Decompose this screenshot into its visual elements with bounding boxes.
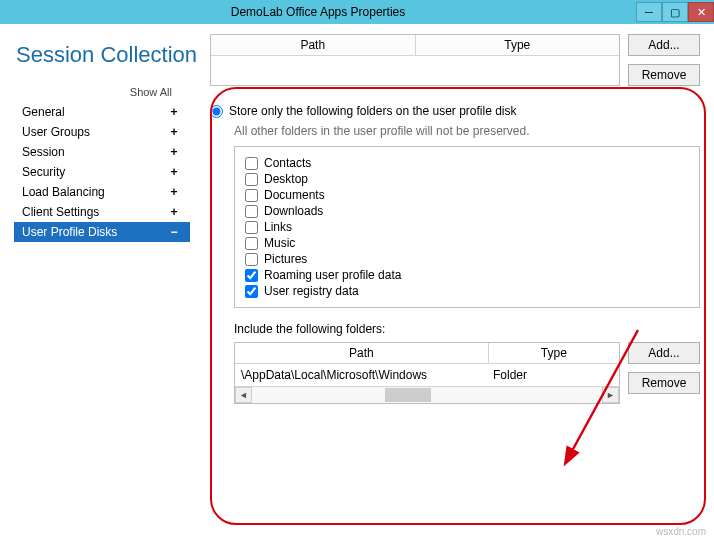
folder-label: Roaming user profile data [264,268,401,282]
sidebar-item-label: Client Settings [22,205,99,219]
store-only-radio-row[interactable]: Store only the following folders on the … [210,104,700,118]
folder-label: Pictures [264,252,307,266]
folder-label: Links [264,220,292,234]
folder-checkbox[interactable] [245,189,258,202]
folder-checkbox[interactable] [245,269,258,282]
table-header-row: Path Type [235,343,619,364]
folders-box: Contacts Desktop Documents Downloads [234,146,700,308]
cell-type: Folder [487,364,619,386]
sidebar: Session Collection Show All General + Us… [0,24,190,539]
sidebar-item-label: Security [22,165,65,179]
folder-label: Desktop [264,172,308,186]
expand-icon: + [168,145,180,159]
table-row[interactable]: \AppData\Local\Microsoft\Windows Folder [235,364,619,386]
nav-list: General + User Groups + Session + Securi… [14,102,190,242]
folder-documents[interactable]: Documents [245,187,689,203]
close-button[interactable]: ✕ [688,2,714,22]
column-header-path[interactable]: Path [235,343,489,364]
store-only-hint: All other folders in the user profile wi… [234,124,700,138]
include-wrap: Path Type \AppData\Local\Microsoft\Windo… [234,342,700,404]
sidebar-item-session[interactable]: Session + [14,142,190,162]
show-all-link[interactable]: Show All [14,86,190,98]
folder-roaming-profile[interactable]: Roaming user profile data [245,267,689,283]
scroll-left-button[interactable]: ◄ [235,387,252,403]
sidebar-item-client-settings[interactable]: Client Settings + [14,202,190,222]
folder-desktop[interactable]: Desktop [245,171,689,187]
sidebar-item-label: General [22,105,65,119]
folder-checkbox[interactable] [245,173,258,186]
folder-music[interactable]: Music [245,235,689,251]
maximize-button[interactable]: ▢ [662,2,688,22]
folder-checkbox[interactable] [245,157,258,170]
scroll-thumb[interactable] [385,388,431,402]
folder-user-registry[interactable]: User registry data [245,283,689,299]
folder-downloads[interactable]: Downloads [245,203,689,219]
folder-checkbox[interactable] [245,253,258,266]
folder-label: Downloads [264,204,323,218]
folder-checkbox[interactable] [245,205,258,218]
collapse-icon: − [168,225,180,239]
cell-path: \AppData\Local\Microsoft\Windows [235,364,487,386]
sidebar-item-user-groups[interactable]: User Groups + [14,122,190,142]
page-title: Session Collection [16,42,190,68]
expand-icon: + [168,105,180,119]
sidebar-item-general[interactable]: General + [14,102,190,122]
watermark: wsxdn.com [656,526,706,537]
remove-button[interactable]: Remove [628,64,700,86]
folder-contacts[interactable]: Contacts [245,155,689,171]
expand-icon: + [168,165,180,179]
remove-button[interactable]: Remove [628,372,700,394]
column-header-type[interactable]: Type [416,35,620,56]
window-title: DemoLab Office Apps Properties [0,5,636,19]
table-header-row: Path Type [211,35,619,56]
titlebar: DemoLab Office Apps Properties ─ ▢ ✕ [0,0,714,24]
store-only-label: Store only the following folders on the … [229,104,517,118]
sidebar-item-security[interactable]: Security + [14,162,190,182]
exclude-buttons: Add... Remove [628,34,700,86]
expand-icon: + [168,205,180,219]
sidebar-item-label: Session [22,145,65,159]
sidebar-item-label: Load Balancing [22,185,105,199]
folder-checkbox[interactable] [245,221,258,234]
expand-icon: + [168,185,180,199]
exclude-table: Path Type [210,34,620,86]
window-body: Session Collection Show All General + Us… [0,24,714,539]
scroll-track[interactable] [252,387,602,403]
horizontal-scrollbar[interactable]: ◄ ► [235,386,619,403]
folder-checkbox[interactable] [245,237,258,250]
expand-icon: + [168,125,180,139]
add-button[interactable]: Add... [628,34,700,56]
window: DemoLab Office Apps Properties ─ ▢ ✕ Ses… [0,0,714,539]
scroll-right-button[interactable]: ► [602,387,619,403]
folder-pictures[interactable]: Pictures [245,251,689,267]
folder-links[interactable]: Links [245,219,689,235]
folder-checkbox[interactable] [245,285,258,298]
include-table: Path Type \AppData\Local\Microsoft\Windo… [234,342,620,404]
sidebar-item-label: User Groups [22,125,90,139]
store-option-section: Store only the following folders on the … [210,104,700,404]
include-buttons: Add... Remove [628,342,700,404]
column-header-path[interactable]: Path [211,35,416,56]
window-controls: ─ ▢ ✕ [636,2,714,22]
minimize-button[interactable]: ─ [636,2,662,22]
include-label: Include the following folders: [234,322,700,336]
folder-label: User registry data [264,284,359,298]
sidebar-item-load-balancing[interactable]: Load Balancing + [14,182,190,202]
folder-label: Contacts [264,156,311,170]
content-pane: Path Type Add... Remove Store only the f… [190,24,714,539]
exclude-table-wrap: Path Type Add... Remove [210,34,700,86]
folder-label: Documents [264,188,325,202]
folder-label: Music [264,236,295,250]
sidebar-item-user-profile-disks[interactable]: User Profile Disks − [14,222,190,242]
sidebar-item-label: User Profile Disks [22,225,117,239]
store-only-radio[interactable] [210,105,223,118]
column-header-type[interactable]: Type [489,343,619,364]
add-button[interactable]: Add... [628,342,700,364]
